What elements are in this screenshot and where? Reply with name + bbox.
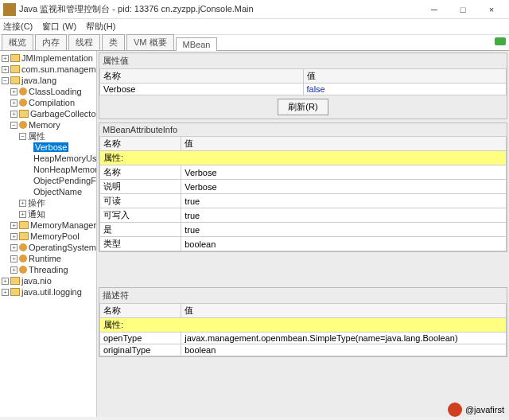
attribute-value-section: 属性值 名称值 Verbosefalse 刷新(R): [99, 52, 507, 119]
tree-node[interactable]: +JMImplementation: [0, 52, 96, 64]
col-value: 值: [181, 304, 507, 318]
tree-node[interactable]: +OperatingSystem: [0, 242, 96, 253]
tree-node[interactable]: +com.sun.management: [0, 64, 96, 75]
section-title: MBeanAttributeInfo: [99, 123, 507, 136]
section-title: 描述符: [99, 288, 507, 303]
button-row: 刷新(R): [99, 95, 507, 119]
tree-node[interactable]: +MemoryManager: [0, 220, 96, 231]
menubar: 连接(C) 窗口 (W) 帮助(H): [0, 19, 509, 35]
connection-status-icon: [495, 37, 506, 45]
right-pane: 属性值 名称值 Verbosefalse 刷新(R) MBeanAttribut…: [97, 51, 509, 417]
tree-node[interactable]: NonHeapMemoryU: [0, 164, 96, 175]
attribute-value-table: 名称值 Verbosefalse: [99, 68, 507, 95]
watermark: @javafirst: [448, 402, 504, 417]
tree-node[interactable]: +Runtime: [0, 253, 96, 264]
tree-node[interactable]: ObjectPendingF: [0, 175, 96, 186]
tab-overview[interactable]: 概览: [2, 34, 33, 50]
attribute-info-table: 名称值 属性: 名称Verbose 说明Verbose 可读true 可写入tr…: [99, 136, 507, 251]
tab-mbean[interactable]: MBean: [176, 37, 218, 51]
tab-memory[interactable]: 内存: [35, 34, 67, 50]
col-value: 值: [303, 69, 507, 84]
tree-node[interactable]: −java.lang: [0, 75, 96, 86]
col-value: 值: [181, 137, 507, 151]
tree-node[interactable]: +java.nio: [0, 275, 96, 286]
table-row[interactable]: 可读true: [100, 194, 507, 208]
table-row[interactable]: openTypejavax.management.openmbean.Simpl…: [100, 332, 507, 344]
window-title: Java 监视和管理控制台 - pid: 13376 cn.zyzpp.jCon…: [19, 3, 420, 15]
app-icon: [3, 3, 16, 16]
titlebar: Java 监视和管理控制台 - pid: 13376 cn.zyzpp.jCon…: [0, 0, 509, 19]
table-row[interactable]: 类型boolean: [100, 237, 507, 251]
tree-node[interactable]: −属性: [0, 130, 96, 142]
table-row[interactable]: 说明Verbose: [100, 180, 507, 194]
tree-node-selected[interactable]: Verbose: [0, 142, 96, 153]
col-name: 名称: [100, 304, 181, 318]
mbean-tree[interactable]: +JMImplementation +com.sun.management −j…: [0, 51, 97, 417]
attribute-info-section: MBeanAttributeInfo 名称值 属性: 名称Verbose 说明V…: [99, 122, 507, 252]
table-row[interactable]: Verbosefalse: [100, 84, 507, 95]
maximize-button[interactable]: □: [449, 1, 477, 18]
table-row[interactable]: 是true: [100, 223, 507, 237]
tree-node[interactable]: +Compilation: [0, 97, 96, 108]
avatar-icon: [448, 402, 462, 417]
descriptor-section: 描述符 名称值 属性: openTypejavax.management.ope…: [99, 287, 507, 357]
workspace: +JMImplementation +com.sun.management −j…: [0, 51, 509, 417]
tree-node[interactable]: HeapMemoryUsag: [0, 153, 96, 164]
table-row[interactable]: 名称Verbose: [100, 165, 507, 180]
table-row: 属性:: [100, 151, 507, 165]
table-row[interactable]: originalTypeboolean: [100, 344, 507, 356]
tab-classes[interactable]: 类: [102, 34, 125, 50]
tree-node[interactable]: +java.util.logging: [0, 286, 96, 298]
tab-threads[interactable]: 线程: [68, 34, 100, 50]
section-title: 属性值: [99, 53, 507, 68]
tree-node[interactable]: −Memory: [0, 119, 96, 130]
tree-node[interactable]: ObjectName: [0, 186, 96, 197]
tab-vm[interactable]: VM 概要: [126, 34, 174, 50]
tabbar: 概览 内存 线程 类 VM 概要 MBean: [0, 35, 509, 51]
menu-help[interactable]: 帮助(H): [86, 21, 115, 33]
col-name: 名称: [100, 137, 181, 151]
refresh-button[interactable]: 刷新(R): [278, 99, 328, 115]
tree-node[interactable]: +MemoryPool: [0, 231, 96, 242]
tree-node[interactable]: +Threading: [0, 264, 96, 275]
tree-node[interactable]: +通知: [0, 208, 96, 220]
tree-node[interactable]: +ClassLoading: [0, 86, 96, 97]
watermark-text: @javafirst: [465, 405, 504, 414]
close-button[interactable]: ×: [477, 1, 506, 18]
menu-connect[interactable]: 连接(C): [3, 21, 33, 33]
minimize-button[interactable]: ─: [420, 1, 449, 18]
col-name: 名称: [100, 69, 304, 84]
menu-window[interactable]: 窗口 (W): [42, 21, 76, 33]
table-row[interactable]: 可写入true: [100, 208, 507, 223]
tree-node[interactable]: +操作: [0, 197, 96, 208]
table-row: 属性:: [100, 318, 507, 332]
descriptor-table: 名称值 属性: openTypejavax.management.openmbe…: [99, 303, 507, 356]
tree-node[interactable]: +GarbageCollector: [0, 108, 96, 119]
